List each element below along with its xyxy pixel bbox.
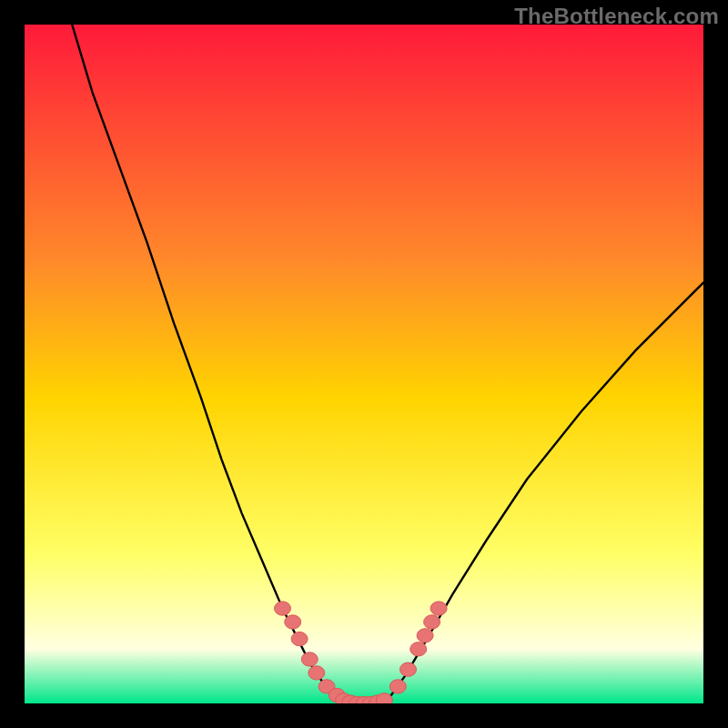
marker-dot	[301, 652, 318, 666]
marker-dot	[308, 666, 325, 680]
marker-dot	[389, 680, 406, 693]
chart-stage: TheBottleneck.com	[0, 0, 728, 728]
marker-dot	[400, 662, 417, 676]
marker-dot	[430, 602, 447, 615]
marker-dot	[291, 632, 308, 645]
bottleneck-curve	[72, 25, 703, 703]
curve-markers	[275, 602, 448, 703]
curve-layer	[25, 25, 703, 703]
marker-dot	[285, 615, 301, 629]
marker-dot	[376, 693, 392, 703]
marker-dot	[424, 615, 440, 629]
marker-dot	[417, 629, 433, 642]
marker-dot	[275, 602, 291, 615]
marker-dot	[410, 642, 427, 656]
plot-area	[25, 25, 703, 703]
watermark-text: TheBottleneck.com	[514, 4, 719, 29]
